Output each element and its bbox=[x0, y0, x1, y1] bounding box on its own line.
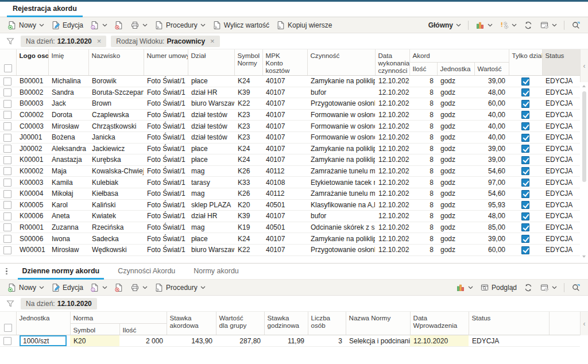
cell-imie[interactable]: Jack bbox=[48, 98, 88, 110]
tab-rejestracja-akordu[interactable]: Rejestracja akordu bbox=[6, 5, 84, 17]
edit-button[interactable]: Edycja bbox=[48, 20, 86, 31]
cell-dzial[interactable]: mag bbox=[188, 165, 234, 177]
cell-dzial[interactable]: mag bbox=[188, 188, 234, 199]
cell-status[interactable]: EDYCJA bbox=[542, 143, 580, 154]
cell-umowa[interactable]: Foto Świat/1 bbox=[144, 121, 188, 132]
col-header-jednostka[interactable]: Jednostka bbox=[437, 63, 474, 76]
cell-data[interactable]: 12.10.2020 bbox=[375, 244, 409, 255]
cell-mpk[interactable]: 40107 bbox=[262, 244, 307, 255]
cell-mpk[interactable]: 40108 bbox=[262, 177, 307, 188]
table-row[interactable]: K00001 Anastazja Kurębska Foto Świat/1 p… bbox=[0, 154, 580, 166]
cell-imie[interactable]: Mirosław bbox=[48, 121, 88, 132]
cell-jednostka[interactable]: godz bbox=[437, 76, 474, 87]
col-header-status[interactable]: Status bbox=[542, 49, 580, 76]
vertical-scrollbar[interactable] bbox=[582, 84, 587, 258]
cell-wartosc[interactable]: 39,00 bbox=[474, 76, 509, 87]
cell-czynnosc[interactable]: Formowanie w osłonce bbox=[307, 131, 375, 143]
col-header-data[interactable]: Data wykonania czynności bbox=[375, 49, 409, 76]
cell-czynnosc[interactable]: Zamykanie na poliklipac bbox=[307, 154, 375, 166]
cell-mpk[interactable]: 40107 bbox=[262, 121, 307, 132]
table-row[interactable]: B00002 Sandra Boruta-Szczepaniak Foto Św… bbox=[0, 87, 580, 98]
refresh-button[interactable] bbox=[521, 282, 536, 293]
cell-status[interactable]: EDYCJA bbox=[542, 87, 580, 98]
cell-symbol[interactable]: K20 bbox=[70, 335, 119, 347]
cell-data[interactable]: 12.10.2020 bbox=[375, 76, 409, 87]
scroll-down-arrow[interactable] bbox=[582, 255, 586, 258]
row-checkbox[interactable] bbox=[3, 190, 11, 198]
row-checkbox[interactable] bbox=[3, 122, 11, 130]
cell-symbol[interactable]: K22 bbox=[234, 244, 262, 255]
col-header-nazwisko[interactable]: Nazwisko bbox=[88, 49, 144, 76]
cell-liczba-osob[interactable]: 3 bbox=[308, 335, 346, 347]
tylko-dzial-checkbox[interactable] bbox=[521, 223, 529, 231]
print-button[interactable] bbox=[127, 20, 150, 31]
table-row[interactable]: K00006 Aneta Kwiatek Foto Świat/1 dział … bbox=[0, 211, 580, 222]
tylko-dzial-checkbox[interactable] bbox=[521, 201, 529, 209]
calc-value-button[interactable]: Wylicz wartość bbox=[210, 20, 272, 31]
cell-nazwisko[interactable]: Kowalska-Chwieju bbox=[88, 165, 144, 177]
detail-tab[interactable]: Normy akordu bbox=[184, 267, 248, 279]
cell-logo[interactable]: K00001 bbox=[16, 154, 48, 166]
cell-status[interactable]: EDYCJA bbox=[542, 131, 580, 143]
cell-symbol[interactable]: K39 bbox=[234, 87, 262, 98]
drag-handle-icon[interactable] bbox=[3, 268, 13, 280]
table-row[interactable]: J00002 Aleksandra Jackiewicz Foto Świat/… bbox=[0, 143, 580, 154]
cell-wartosc[interactable]: 48,00 bbox=[474, 87, 509, 98]
cell-dzial[interactable]: płace bbox=[188, 154, 234, 166]
select-all-cell[interactable] bbox=[0, 312, 16, 335]
cell-umowa[interactable]: Foto Świat/1 bbox=[144, 143, 188, 154]
chip-close-icon[interactable]: × bbox=[97, 38, 102, 44]
cell-imie[interactable]: Maja bbox=[48, 165, 88, 177]
cell-jednostka[interactable]: godz bbox=[437, 98, 474, 110]
cell-wartosc[interactable]: 54,60 bbox=[474, 188, 509, 199]
tylko-dzial-checkbox[interactable] bbox=[521, 246, 529, 254]
chip-close-icon[interactable]: × bbox=[210, 38, 215, 44]
cell-logo[interactable]: K00002 bbox=[16, 165, 48, 177]
new-button[interactable]: Nowy bbox=[5, 282, 47, 293]
cell-nazwisko[interactable]: Borowik bbox=[88, 76, 144, 87]
cell-wartosc[interactable]: 40,00 bbox=[474, 131, 509, 143]
cell-czynnosc[interactable]: Przygotowanie osłonki bbox=[307, 98, 375, 110]
row-checkbox[interactable] bbox=[3, 337, 11, 345]
cell-logo[interactable]: K00005 bbox=[16, 199, 48, 211]
cell-symbol[interactable]: K39 bbox=[234, 211, 262, 222]
row-checkbox[interactable] bbox=[3, 246, 11, 254]
cell-nazwisko[interactable]: Jackiewicz bbox=[88, 143, 144, 154]
cell-dzial[interactable]: tarasy bbox=[188, 177, 234, 188]
tylko-dzial-checkbox[interactable] bbox=[521, 145, 529, 153]
cell-status[interactable]: EDYCJA bbox=[542, 154, 580, 166]
cell-symbol[interactable]: K33 bbox=[234, 177, 262, 188]
table-row[interactable]: K00004 Mikołaj Kiełbasa Foto Świat/1 mag… bbox=[0, 188, 580, 199]
col-header-tylko-dzial[interactable]: Tylko dział bbox=[509, 49, 542, 76]
table-row[interactable]: S00006 Iwona Sadecka Foto Świat/1 płace … bbox=[0, 233, 580, 245]
tylko-dzial-checkbox[interactable] bbox=[521, 190, 529, 198]
table-row[interactable]: W00001 Mirosław Wędkowski Foto Świat/1 b… bbox=[0, 244, 580, 255]
col-header-umowa[interactable]: Numer umowy bbox=[144, 49, 188, 76]
cell-ilosc[interactable]: 8 bbox=[409, 76, 437, 87]
cell-logo[interactable]: B00002 bbox=[16, 87, 48, 98]
col-header-imie[interactable]: Imię bbox=[48, 49, 88, 76]
cell-logo[interactable]: S00006 bbox=[16, 233, 48, 245]
col-header-wartosc-dla-grupy[interactable]: Wartość dla grupy bbox=[216, 312, 264, 335]
cell-umowa[interactable]: Foto Świat/1 bbox=[144, 87, 188, 98]
cell-mpk[interactable]: 40107 bbox=[262, 98, 307, 110]
cell-data[interactable]: 12.10.2020 bbox=[375, 109, 409, 121]
col-header-status[interactable]: Status bbox=[469, 312, 549, 335]
col-header-symbol[interactable]: Symbol Normy bbox=[234, 49, 262, 76]
cell-imie[interactable]: Dorota bbox=[48, 109, 88, 121]
cell-imie[interactable]: Aneta bbox=[48, 211, 88, 222]
cell-nazwisko[interactable]: Rzecińska bbox=[88, 222, 144, 233]
cell-umowa[interactable]: Foto Świat/1 bbox=[144, 199, 188, 211]
cell-wartosc-dla-grupy[interactable]: 287,80 bbox=[216, 335, 264, 347]
cell-wartosc[interactable]: 60,00 bbox=[474, 244, 509, 255]
cell-jednostka[interactable]: godz bbox=[437, 233, 474, 245]
cell-jednostka[interactable]: godz bbox=[437, 121, 474, 132]
collapse-panel-button[interactable]: ‹ bbox=[580, 49, 588, 82]
cell-status[interactable]: EDYCJA bbox=[542, 121, 580, 132]
select-all-checkbox[interactable] bbox=[4, 64, 12, 72]
cell-czynnosc[interactable]: Formowanie w osłonce bbox=[307, 109, 375, 121]
print-button[interactable] bbox=[127, 282, 150, 293]
cell-mpk[interactable]: 40112 bbox=[262, 188, 307, 199]
cell-mpk[interactable]: 40107 bbox=[262, 109, 307, 121]
tylko-dzial-checkbox[interactable] bbox=[521, 122, 529, 130]
